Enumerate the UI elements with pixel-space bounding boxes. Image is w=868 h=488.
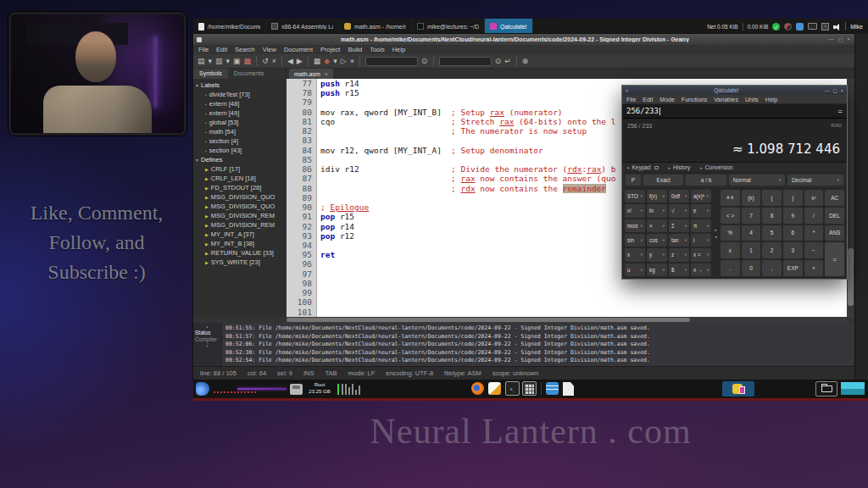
symbol-item[interactable]: ▪global [53] bbox=[193, 118, 287, 127]
calc-key-kg[interactable]: kg▾ bbox=[647, 263, 667, 276]
calc-key-1[interactable]: 1 bbox=[742, 242, 761, 258]
calc-key-sym[interactable]: − bbox=[804, 242, 824, 258]
calc-mode-decimal[interactable]: Decimal▾ bbox=[787, 175, 843, 186]
build-icon[interactable]: ◆ bbox=[324, 58, 330, 65]
volume-icon[interactable] bbox=[833, 23, 841, 30]
collapse-right-icon[interactable]: ▸ bbox=[715, 227, 717, 232]
calc-input-row[interactable]: 256/233 = bbox=[622, 104, 847, 119]
maximize-icon[interactable]: ▢ bbox=[838, 36, 843, 42]
menu-project[interactable]: Project bbox=[320, 46, 340, 53]
quit-icon[interactable]: ⊗ bbox=[522, 58, 529, 65]
window-button-files[interactable]: /home/mike/Docume... bbox=[193, 19, 266, 34]
hscroll-thumb[interactable] bbox=[287, 318, 690, 322]
close-icon[interactable]: × bbox=[847, 36, 850, 42]
calc-titlebar[interactable]: ▾ Qalculate! —▢× bbox=[622, 86, 847, 95]
display-icon[interactable] bbox=[808, 23, 817, 30]
calc-key-x[interactable]: xʸ bbox=[804, 190, 824, 206]
firefox-icon[interactable] bbox=[471, 382, 484, 395]
calc-key-exp[interactable]: EXP bbox=[783, 260, 803, 276]
close-doc-icon[interactable]: × bbox=[272, 58, 276, 65]
user-menu[interactable]: Mike bbox=[850, 24, 863, 30]
symbol-item[interactable]: ▶MSG_DIVISION_QUO bbox=[193, 192, 287, 202]
symbol-group[interactable]: ▾Defines bbox=[193, 155, 287, 164]
calc-key-sym[interactable]: ± bbox=[721, 242, 740, 258]
calc-key-sin[interactable]: sin▾ bbox=[625, 234, 645, 247]
symbol-item[interactable]: ▶MY_INT_A [37] bbox=[193, 230, 287, 239]
calc-mode-p[interactable]: P bbox=[626, 175, 641, 186]
menu-functions[interactable]: Functions bbox=[682, 97, 707, 103]
code-line[interactable]: 100 bbox=[287, 297, 847, 307]
nav-forward-icon[interactable]: ▶ bbox=[297, 58, 303, 65]
symbol-item[interactable]: ▶SYS_WRITE [23] bbox=[193, 258, 287, 267]
window-button-assembly[interactable]: x86-64 Assembly Lan... bbox=[266, 19, 339, 34]
collapse-left-icon[interactable]: ◂ bbox=[715, 234, 717, 239]
calc-key-e[interactable]: e▾ bbox=[691, 204, 711, 217]
menu-edit[interactable]: Edit bbox=[216, 46, 227, 53]
calc-key-sym[interactable]: * bbox=[804, 225, 824, 241]
show-desktop-button[interactable] bbox=[841, 382, 865, 395]
find-icon[interactable]: ⊙ bbox=[421, 58, 428, 65]
geany-titlebar[interactable]: math.asm - /home/mike/Documents/NextClou… bbox=[193, 34, 854, 45]
menu-search[interactable]: Search bbox=[235, 46, 255, 53]
expander-icon[interactable]: ▾ bbox=[196, 157, 198, 163]
calc-key-tan[interactable]: tan▾ bbox=[669, 234, 689, 247]
goto-line-input[interactable] bbox=[439, 57, 492, 66]
document-tab[interactable]: math.asm × bbox=[289, 69, 333, 79]
expander-icon[interactable]: ▾ bbox=[196, 82, 198, 88]
calc-key-8[interactable]: 8 bbox=[762, 208, 782, 224]
calc-key-ax[interactable]: a(x)ᵇ▾ bbox=[691, 190, 711, 202]
menu-variables[interactable]: Variables bbox=[714, 97, 738, 103]
open-file-icon[interactable]: ▥ bbox=[215, 58, 223, 65]
sidebar-tab-documents[interactable]: Documents bbox=[228, 69, 270, 79]
calc-key-[interactable]: √▾ bbox=[669, 204, 689, 217]
menu-file[interactable]: File bbox=[198, 46, 209, 53]
code-line[interactable]: 98 bbox=[287, 279, 847, 288]
menu-build[interactable]: Build bbox=[348, 46, 362, 53]
status-message[interactable]: 00:52:06: File /home/mike/Documents/Next… bbox=[225, 341, 854, 349]
menu-units[interactable]: Units bbox=[745, 97, 759, 103]
tab-close-icon[interactable]: × bbox=[325, 71, 328, 77]
editor-hscrollbar[interactable] bbox=[287, 317, 847, 323]
symbol-item[interactable]: ▶FD_STDOUT [28] bbox=[193, 183, 287, 192]
minimize-icon[interactable]: — bbox=[829, 36, 834, 42]
calc-mode-ab[interactable]: a / b bbox=[686, 175, 726, 186]
calc-key-[interactable]: ×▾ bbox=[647, 219, 667, 232]
compile-icon[interactable]: ▦ bbox=[314, 58, 321, 65]
calc-key-sym[interactable]: / bbox=[804, 208, 824, 224]
message-tab-compiler[interactable]: Compiler bbox=[195, 336, 217, 342]
save-icon[interactable]: ▣ bbox=[233, 58, 241, 65]
calc-key-ac[interactable]: AC bbox=[825, 190, 844, 206]
calc-key-[interactable]: $▾ bbox=[669, 263, 689, 276]
symbol-item[interactable]: ▶MSG_DIVISION_REM bbox=[193, 220, 287, 230]
calc-tab-history[interactable]: ▸History bbox=[669, 164, 691, 170]
menu-view[interactable]: View bbox=[263, 46, 276, 53]
maximize-icon[interactable]: ▢ bbox=[833, 88, 837, 93]
calc-key-sym[interactable]: . bbox=[721, 260, 740, 276]
calc-key-mod[interactable]: mod▾ bbox=[625, 219, 645, 232]
update-icon[interactable]: ↑ bbox=[821, 23, 829, 30]
keypad-splitter[interactable]: ▸◂ bbox=[713, 190, 719, 276]
calc-key-9[interactable]: 9 bbox=[783, 208, 803, 224]
symbol-item[interactable]: ▪extern [48] bbox=[193, 99, 287, 108]
revert-icon[interactable]: ↺ bbox=[262, 58, 269, 65]
scroll-down-icon[interactable]: ▾ bbox=[206, 343, 209, 348]
scroll-up-icon[interactable]: ▴ bbox=[206, 324, 209, 329]
calc-key-cos[interactable]: cos▾ bbox=[647, 234, 667, 247]
menu-tools[interactable]: Tools bbox=[370, 46, 385, 53]
status-message[interactable]: 00:51:55: File /home/mike/Documents/Next… bbox=[225, 324, 854, 333]
calc-key-sym[interactable]: = bbox=[825, 242, 844, 276]
updates-ok-icon[interactable]: ✓ bbox=[772, 23, 780, 30]
menu-edit[interactable]: Edit bbox=[643, 97, 653, 103]
calc-key-sym[interactable]: , bbox=[762, 260, 782, 276]
new-file-icon[interactable]: ▤ bbox=[198, 58, 205, 65]
code-line[interactable]: 101 bbox=[287, 308, 847, 317]
calc-key-ln[interactable]: ln▾ bbox=[647, 204, 667, 217]
calc-key-sym[interactable]: ) bbox=[783, 190, 803, 206]
symbol-item[interactable]: ▪section [4] bbox=[193, 136, 287, 146]
symbol-item[interactable]: ▶CRLF_LEN [18] bbox=[193, 174, 287, 183]
calc-key-sym[interactable]: ( bbox=[762, 190, 782, 206]
share-icon[interactable] bbox=[796, 23, 804, 30]
symbol-item[interactable]: ▶RETURN_VALUE [33] bbox=[193, 248, 287, 258]
calc-key-i[interactable]: i▾ bbox=[691, 234, 711, 247]
document-icon[interactable] bbox=[563, 382, 574, 396]
